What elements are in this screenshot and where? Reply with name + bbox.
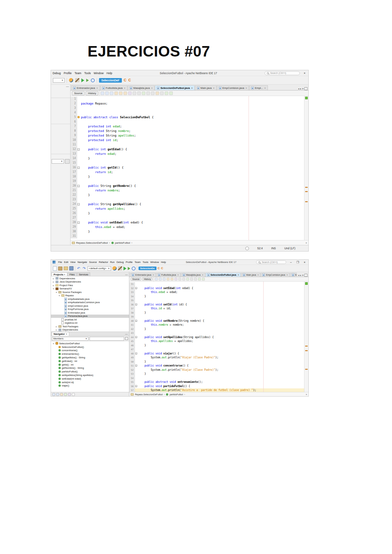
chevron-right-icon[interactable]: ▸ — [55, 329, 57, 331]
tree-item-java-dependencies[interactable]: ▸Java Dependencies — [51, 280, 129, 284]
navigator-item-selecciondefutbol[interactable]: SeleccionDeFutbol() — [51, 345, 129, 349]
menu-window[interactable]: Window — [94, 72, 104, 75]
tab-selecciondefutbol-java[interactable]: SeleccionDeFutbol.java× — [205, 273, 241, 277]
tab-futbolista-java[interactable]: Futbolista.java× — [100, 85, 127, 90]
chevron-right-icon[interactable]: ▸ — [52, 277, 55, 280]
open-project-icon[interactable] — [64, 267, 68, 270]
tree-item-dependencies[interactable]: ▸Dependencies — [51, 328, 129, 332]
tree-item-entrenador-java[interactable]: Entrenador.java — [51, 311, 129, 315]
panel-grid-icon[interactable] — [65, 159, 70, 164]
tab-close-icon[interactable]: × — [151, 87, 153, 90]
fold-marker-icon[interactable]: − — [135, 352, 137, 354]
navigator-filter-input[interactable] — [90, 337, 124, 341]
show-fields-icon[interactable] — [64, 393, 67, 396]
maximize-icon[interactable]: ❐ — [296, 261, 300, 264]
menu-help[interactable]: Help — [106, 72, 112, 75]
chevron-down-icon[interactable]: ▾ — [52, 342, 55, 345]
run-configuration[interactable]: SeleccionDeF — [99, 78, 122, 83]
search-input[interactable]: Search (Ctrl+I) — [256, 260, 286, 264]
fold-marker-icon[interactable]: − — [135, 320, 137, 322]
tab-close-icon[interactable]: × — [237, 273, 239, 276]
close-icon[interactable]: × — [302, 72, 307, 75]
find-next-icon[interactable] — [171, 278, 173, 281]
tree-item-test-packages[interactable]: ▸Test Packages — [51, 325, 129, 328]
error-stripe-scrollbar[interactable] — [304, 282, 308, 392]
tree-item-empasalariado-java[interactable]: empAsalariado.java — [51, 297, 129, 301]
fold-marker-icon[interactable]: − — [77, 148, 80, 151]
tab-services[interactable]: Services — [77, 272, 90, 276]
tab-close-icon[interactable]: × — [96, 87, 98, 90]
next-bookmark-icon[interactable] — [137, 91, 141, 95]
code-editor[interactable]: 3132− public void setEdad(int edad) {33 … — [129, 282, 308, 392]
menu-tools[interactable]: Tools — [142, 261, 148, 264]
tab-close-icon[interactable]: × — [202, 273, 204, 276]
stop-macro-icon[interactable] — [160, 91, 164, 95]
run-project-icon[interactable] — [81, 78, 84, 82]
navigator-item-getid-int[interactable]: getId() : int — [51, 363, 129, 367]
config-combo[interactable]: <default config>▼ — [88, 266, 111, 271]
new-file-icon[interactable] — [53, 266, 57, 271]
panel-combo[interactable]: ▼ — [52, 159, 64, 164]
navigator-item-partidofutbol[interactable]: partidoFutbol() — [51, 370, 129, 373]
menu-refactor[interactable]: Refactor — [99, 261, 108, 264]
comment-icon[interactable] — [165, 91, 168, 95]
menu-tools[interactable]: Tools — [84, 72, 91, 75]
tab-close-icon[interactable]: × — [177, 273, 179, 276]
fold-marker-icon[interactable]: − — [135, 303, 137, 305]
navigator-item-setedad-int-edad[interactable]: setEdad(int edad) — [51, 377, 129, 381]
menu-navigate[interactable]: Navigate — [77, 261, 87, 264]
tree-item-semanaxv[interactable]: ▾SemanaXV — [51, 287, 129, 291]
navigator-item-entrenamiento[interactable]: entrenamiento() — [51, 352, 129, 356]
profile-project-icon[interactable] — [91, 78, 95, 82]
tab-empcomision-java[interactable]: EmpComision.java× — [261, 273, 289, 277]
menu-source[interactable]: Source — [89, 261, 97, 264]
breadcrumb-close-icon[interactable]: × — [306, 393, 307, 396]
clean-build-icon[interactable] — [112, 266, 117, 270]
navigator-item-viajar[interactable]: viajar() — [51, 384, 129, 388]
back-icon[interactable] — [159, 278, 162, 281]
sort-source-icon[interactable] — [56, 393, 59, 396]
breadcrumb-segment[interactable]: partidoFutbol — [115, 241, 130, 244]
tab-projects[interactable]: Projects× — [52, 272, 67, 276]
toggle-bookmark-icon[interactable] — [142, 91, 145, 95]
shift-right-icon[interactable] — [194, 278, 197, 281]
tab-main-java[interactable]: Main.java× — [241, 273, 261, 277]
menu-file[interactable]: File — [58, 261, 62, 264]
tab-close-icon[interactable]: × — [66, 333, 67, 335]
navigator-settings-icon[interactable] — [125, 337, 128, 340]
tab-close-icon[interactable]: × — [191, 87, 193, 90]
clean-build-icon[interactable] — [69, 78, 73, 82]
find-previous-icon[interactable] — [123, 91, 127, 95]
menu-profile[interactable]: Profile — [126, 261, 133, 264]
tree-item-personajava-java[interactable]: PersonaJava.java — [51, 315, 129, 318]
navigator-item-getnombre-string[interactable]: getNombre() : String — [51, 367, 129, 370]
tab-selecciondefutbol-java[interactable]: SeleccionDeFutbol.java× — [155, 85, 194, 90]
chevron-right-icon[interactable]: ▸ — [55, 325, 57, 328]
build-project-icon[interactable] — [118, 266, 122, 270]
close-icon[interactable]: × — [302, 261, 307, 264]
new-project-icon[interactable] — [58, 267, 62, 270]
tree-item-registros-txt[interactable]: registros.txt — [51, 321, 129, 325]
gc-memory-icon-2[interactable]: C — [161, 267, 163, 270]
previous-bookmark-icon[interactable] — [178, 278, 181, 281]
minimize-icon[interactable]: – — [289, 261, 293, 264]
sort-alpha-icon[interactable] — [52, 393, 55, 396]
tab-files[interactable]: Files — [68, 272, 77, 276]
tab-close-icon[interactable]: × — [264, 87, 266, 90]
forward-icon[interactable] — [110, 91, 113, 95]
navigator-view-combo[interactable]: Members▼ — [52, 337, 89, 341]
tab-empl[interactable]: Empl...× — [249, 85, 268, 90]
fold-marker-icon[interactable]: − — [77, 167, 80, 169]
toggle-bookmark-icon[interactable] — [186, 278, 189, 281]
menu-help[interactable]: Help — [161, 261, 166, 264]
toolbar-combo[interactable]: ▼ — [53, 78, 65, 83]
menu-edit[interactable]: Edit — [64, 261, 68, 264]
fold-marker-icon[interactable]: − — [77, 203, 80, 205]
gc-memory-icon[interactable]: C — [124, 78, 126, 82]
tab-navigator[interactable]: Navigator× — [52, 332, 69, 336]
find-selection-icon[interactable] — [114, 91, 118, 95]
redo-icon[interactable]: ↷ — [82, 266, 86, 270]
code-editor[interactable]: 12package Repaso;345public abstract clas… — [71, 96, 308, 240]
tab-close-icon[interactable]: × — [257, 273, 259, 276]
tab-close-icon[interactable]: × — [64, 273, 65, 276]
